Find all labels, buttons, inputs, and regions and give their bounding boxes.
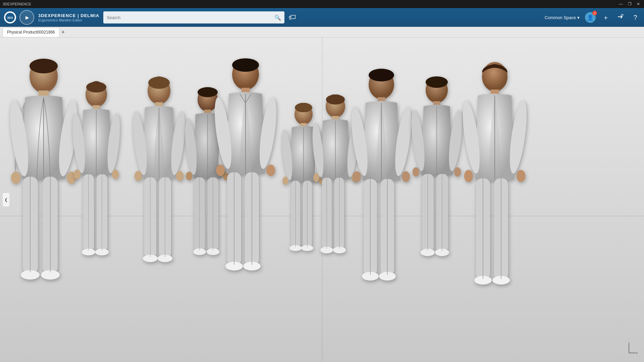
search-bar[interactable]: 🔍 [103, 11, 284, 23]
notification-badge: 1 [592, 11, 597, 15]
search-icon[interactable]: 🔍 [274, 14, 281, 21]
svg-point-67 [266, 165, 275, 176]
manikin-male-right-large[interactable] [351, 68, 413, 282]
manikin-female-third[interactable] [131, 76, 187, 264]
manikin-tall-male-left[interactable] [7, 58, 80, 286]
svg-point-105 [369, 69, 394, 81]
app-module-label: Ergonomics Manikin Editor [38, 18, 99, 22]
close-button[interactable]: ✕ [635, 2, 641, 6]
svg-point-61 [232, 58, 259, 72]
help-button[interactable]: ? [631, 14, 640, 21]
svg-point-8 [11, 172, 20, 184]
tag-icon[interactable]: 🏷 [288, 13, 296, 22]
manikin-female-second[interactable] [70, 81, 122, 259]
svg-point-23 [74, 170, 80, 179]
common-space-label: Common Space [545, 15, 576, 20]
app-brand-label: 3DEXPERIENCE | DELMIA [38, 13, 99, 18]
common-space-arrow: ▾ [577, 15, 580, 20]
app-logo: 3DX [4, 11, 16, 23]
minimize-button[interactable]: — [618, 2, 624, 6]
manikin-male-right-back[interactable] [411, 76, 463, 257]
svg-point-52 [186, 172, 193, 180]
svg-point-66 [216, 165, 225, 176]
axis-indicator: x ↑ [621, 341, 637, 355]
toolbar-right-controls: Common Space ▾ 1 ＋ ? [545, 12, 640, 23]
svg-point-96 [313, 173, 319, 182]
svg-point-119 [426, 76, 448, 88]
3d-viewport[interactable]: ❮ x ↑ [0, 38, 644, 362]
svg-point-124 [413, 167, 419, 177]
svg-point-110 [353, 171, 361, 182]
svg-point-111 [402, 171, 410, 182]
svg-text:3DX: 3DX [7, 16, 13, 19]
svg-text:x: x [636, 351, 637, 355]
title-bar: 3DEXPERIENCE — ❐ ✕ [0, 0, 644, 8]
common-space-selector[interactable]: Common Space ▾ [545, 15, 580, 20]
logo-area: 3DX [4, 10, 34, 25]
restore-button[interactable]: ❐ [627, 2, 633, 6]
svg-point-125 [454, 167, 461, 177]
svg-point-39 [176, 171, 183, 181]
main-toolbar: 3DX 3DEXPERIENCE | DELMIA Ergonomics Man… [0, 8, 644, 27]
user-icon-wrapper: 1 [585, 12, 596, 23]
svg-point-18 [91, 81, 102, 89]
active-tab[interactable]: Physical Product00021866 [3, 27, 59, 37]
manikin-male-center[interactable] [213, 58, 278, 272]
add-button[interactable]: ＋ [601, 13, 610, 22]
add-tab-button[interactable]: + [61, 29, 65, 35]
play-button[interactable] [19, 10, 34, 25]
svg-point-3 [30, 59, 58, 73]
svg-point-81 [282, 177, 288, 185]
search-input[interactable] [107, 15, 274, 20]
panel-collapse-arrow[interactable]: ❮ [3, 193, 9, 206]
app-title-area: 3DEXPERIENCE | DELMIA Ergonomics Manikin… [38, 13, 99, 22]
manikin-female-far-right[interactable] [461, 59, 528, 287]
svg-point-137 [464, 170, 473, 182]
svg-point-38 [135, 171, 142, 181]
manikins-container [0, 38, 644, 362]
svg-point-24 [112, 170, 119, 179]
share-button[interactable] [616, 13, 625, 22]
title-bar-label: 3DEXPERIENCE [3, 2, 31, 6]
svg-text:↑: ↑ [628, 341, 629, 343]
window-controls: — ❐ ✕ [618, 2, 641, 6]
svg-point-138 [517, 170, 525, 182]
svg-point-33 [153, 76, 165, 85]
tab-bar: Physical Product00021866 + [0, 27, 644, 38]
